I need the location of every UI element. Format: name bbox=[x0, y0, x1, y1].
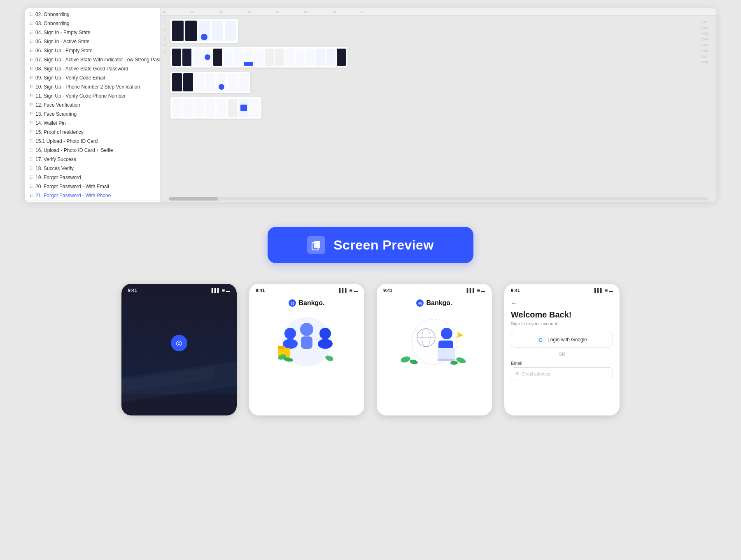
layer-item[interactable]: ⠿ 03. Onboarding bbox=[25, 19, 160, 28]
status-icons-1: ▌▌▌ ≋ ▬ bbox=[212, 288, 230, 293]
time-4: 9:41 bbox=[511, 288, 520, 293]
ruler: 10 20 30 40 50 60 70 80 bbox=[161, 8, 716, 16]
google-login-btn[interactable]: G Login with Google bbox=[511, 332, 613, 348]
battery-icon: ▬ bbox=[354, 288, 358, 293]
layer-label: 10. Sign Up - Phone Number 2 Step Verifi… bbox=[35, 84, 140, 90]
layer-item[interactable]: ⠿ 06. Sign Up - Empty State bbox=[25, 46, 160, 55]
splash-logo: ◎ bbox=[171, 335, 187, 355]
layer-label: 19. Forgot Password bbox=[35, 175, 81, 180]
layer-label: 21. Forgot Password - With Phone bbox=[35, 193, 111, 198]
layer-label: 04. Sign In - Empty State bbox=[35, 30, 90, 35]
layer-item[interactable]: ⠿ 02. Onboarding bbox=[25, 10, 160, 19]
layer-label: 20. Forgot Password - With Email bbox=[35, 184, 109, 189]
mini-screen bbox=[172, 49, 181, 66]
layer-item[interactable]: ⠿ 12. Face Verification bbox=[25, 100, 160, 110]
bankgo-logo-2: ◎ Bankgo. bbox=[383, 299, 485, 307]
mini-screen bbox=[172, 99, 182, 117]
wifi-icon: ≋ bbox=[477, 288, 480, 293]
layer-item[interactable]: ⠿ 20. Forgot Password - With Email bbox=[25, 182, 160, 191]
illustration-area-2 bbox=[383, 311, 485, 373]
layer-label: 03. Onboarding bbox=[35, 21, 70, 26]
layers-panel[interactable]: ⠿ 02. Onboarding ⠿ 03. Onboarding ⠿ 04. … bbox=[25, 8, 161, 202]
dark-bg: ◎ bbox=[121, 295, 237, 394]
svg-point-8 bbox=[318, 339, 333, 349]
signal-icon: ▌▌▌ bbox=[212, 288, 220, 293]
scrollbar-track[interactable] bbox=[169, 197, 708, 201]
layer-label: 08. Sign Up - Active State Good Password bbox=[35, 66, 128, 72]
screen-preview-label: Screen Preview bbox=[333, 238, 434, 253]
mini-screen bbox=[316, 49, 325, 66]
scrollbar-thumb[interactable] bbox=[169, 197, 218, 201]
signal-icon: ▌▌▌ bbox=[594, 288, 603, 293]
status-bar-3: 9:41 ▌▌▌ ≋ ▬ bbox=[377, 284, 492, 295]
layer-label: 09. Sign Up - Verify Code Email bbox=[35, 75, 105, 81]
mini-screen bbox=[254, 49, 263, 66]
mini-screen bbox=[337, 49, 346, 66]
back-arrow[interactable]: ← bbox=[511, 299, 613, 307]
layer-item[interactable]: ⠿ 15.1 Upload - Photo ID Card bbox=[25, 137, 160, 146]
screen-preview-button[interactable]: Screen Preview bbox=[268, 227, 473, 263]
screen-accent bbox=[201, 34, 207, 40]
dark-splash-content: ◎ bbox=[121, 295, 237, 394]
phone-mockup-onboarding-2: 9:41 ▌▌▌ ≋ ▬ ◎ Bankgo. bbox=[377, 284, 492, 415]
svg-point-4 bbox=[283, 339, 298, 349]
time-2: 9:41 bbox=[256, 288, 265, 293]
mini-screen bbox=[217, 73, 226, 91]
status-icons-3: ▌▌▌ ≋ ▬ bbox=[467, 288, 485, 293]
time-3: 9:41 bbox=[383, 288, 392, 293]
mini-screen bbox=[172, 73, 182, 91]
svg-rect-20 bbox=[438, 348, 455, 359]
copy-icon-svg bbox=[311, 240, 322, 250]
layer-item[interactable]: ⠿ 18. Succes Verify bbox=[25, 164, 160, 173]
layer-label: 02. Onboarding bbox=[35, 12, 70, 17]
mini-screen bbox=[185, 21, 197, 41]
canvas-row-2 bbox=[170, 47, 699, 68]
wifi-icon: ≋ bbox=[221, 288, 225, 293]
layer-label: 11. Sign Up - Verify Code Phone Number bbox=[35, 93, 126, 99]
layer-item[interactable]: ⠿ 16. Upload - Photo ID Card + Selfie bbox=[25, 146, 160, 155]
mini-screen bbox=[203, 49, 212, 66]
layer-item[interactable]: ⠿ 13. Face Scanning bbox=[25, 110, 160, 119]
mini-screen bbox=[205, 73, 215, 91]
layer-item[interactable]: ⠿ 10. Sign Up - Phone Number 2 Step Veri… bbox=[25, 82, 160, 91]
battery-icon: ▬ bbox=[609, 288, 613, 293]
bankgo-name-2: Bankgo. bbox=[426, 299, 452, 307]
layer-item[interactable]: ⠿ 15. Proof of residency bbox=[25, 128, 160, 137]
drag-icon: ⠿ bbox=[30, 184, 33, 189]
screen-preview-icon bbox=[307, 236, 325, 254]
svg-point-24 bbox=[409, 359, 418, 364]
status-icons-4: ▌▌▌ ≋ ▬ bbox=[594, 288, 613, 293]
layer-item[interactable]: ⠿ 09. Sign Up - Verify Code Email bbox=[25, 73, 160, 82]
layer-item[interactable]: ⠿ 21. Forgot Password - With Phone bbox=[25, 191, 160, 201]
mini-screen bbox=[217, 99, 226, 117]
svg-point-3 bbox=[284, 328, 296, 339]
layer-label: 18. Succes Verify bbox=[35, 166, 74, 171]
layer-item[interactable]: ⠿ 04. Sign In - Empty State bbox=[25, 28, 160, 37]
mini-screen bbox=[234, 49, 243, 66]
drag-icon: ⠿ bbox=[30, 103, 33, 108]
layer-item[interactable]: ⠿ 05. Sign In - Active State bbox=[25, 37, 160, 46]
mini-screen bbox=[275, 49, 284, 66]
mini-screen bbox=[225, 21, 236, 41]
left-ruler: 1 2 3 4 5 bbox=[164, 19, 170, 119]
drag-icon: ⠿ bbox=[30, 39, 33, 44]
drag-icon: ⠿ bbox=[30, 57, 33, 63]
layer-item[interactable]: ⠿ 07. Sign Up - Active State With indica… bbox=[25, 55, 160, 64]
svg-rect-10 bbox=[278, 346, 284, 349]
layer-label: 15.1 Upload - Photo ID Card bbox=[35, 138, 98, 144]
svg-rect-6 bbox=[301, 336, 312, 349]
drag-icon: ⠿ bbox=[30, 166, 33, 171]
phone-mockup-signin[interactable]: 9:41 ▌▌▌ ≋ ▬ ← Welcome Back! Sign In to … bbox=[504, 284, 620, 415]
layer-item[interactable]: ⠿ 19. Forgot Password bbox=[25, 173, 160, 182]
drag-icon: ⠿ bbox=[30, 30, 33, 35]
layer-item[interactable]: ⠿ 11. Sign Up - Verify Code Phone Number bbox=[25, 91, 160, 100]
layer-item[interactable]: ⠿ 14. Wallet Pin bbox=[25, 119, 160, 128]
google-g-icon: G bbox=[537, 336, 544, 343]
svg-point-23 bbox=[400, 355, 411, 364]
battery-icon: ▬ bbox=[226, 288, 230, 293]
layer-item[interactable]: ⠿ 08. Sign Up - Active State Good Passwo… bbox=[25, 64, 160, 73]
time-1: 9:41 bbox=[128, 288, 137, 293]
email-input-box[interactable]: ✉ Email address bbox=[511, 367, 613, 380]
layer-item[interactable]: ⠿ 17. Verify Success bbox=[25, 155, 160, 164]
canvas-panel[interactable]: 10 20 30 40 50 60 70 80 1 2 3 4 bbox=[161, 8, 716, 202]
